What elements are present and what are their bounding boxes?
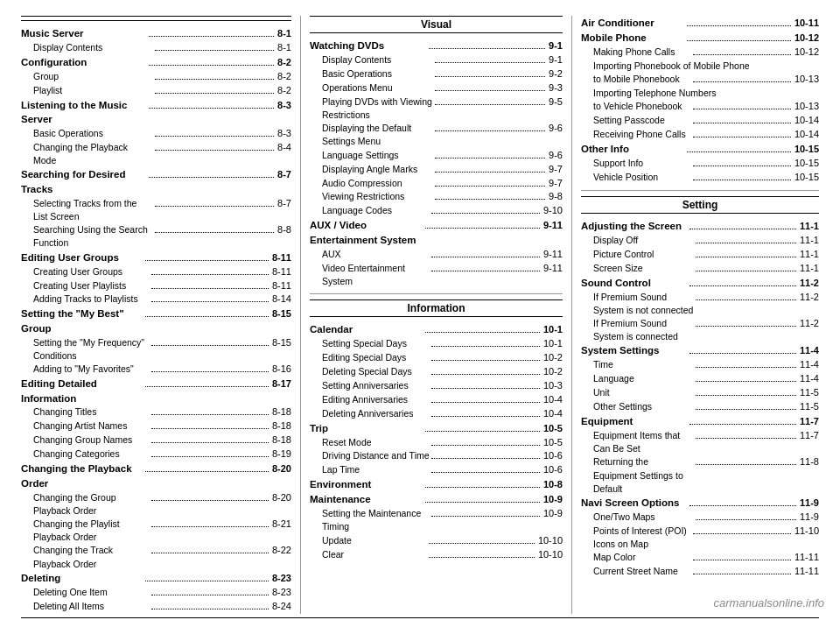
toc-label: Vehicle Position: [581, 171, 691, 184]
toc-label: Changing the Playlist Playback Order: [21, 518, 150, 544]
toc-label: Adding Tracks to Playlists: [21, 292, 150, 306]
toc-label: Support Info: [581, 157, 691, 170]
toc-label: Creating User Groups: [21, 265, 150, 278]
dots: [425, 431, 539, 432]
toc-label: Receiving Phone Calls: [581, 128, 691, 141]
dots: [693, 109, 791, 109]
toc-entry: Deleting Special Days10-2: [310, 365, 563, 379]
dots: [425, 487, 539, 488]
toc-entry: Display Contents9-1: [310, 53, 563, 67]
dots: [149, 65, 275, 66]
dots: [151, 442, 268, 443]
toc-entry: Group8-2: [21, 70, 291, 84]
dots: [149, 177, 275, 178]
toc-entry: Setting the Maintenance Timing10-9: [310, 507, 563, 533]
dots: [145, 471, 268, 472]
toc-entry: Displaying the Default Settings Menu9-6: [310, 122, 563, 148]
dots: [435, 62, 546, 63]
dots: [425, 502, 539, 503]
toc-entry: Changing Group Names8-18: [21, 433, 291, 447]
dots: [145, 260, 268, 261]
dots: [151, 609, 268, 609]
dots: [693, 81, 791, 82]
toc-entry: Screen Size11-1: [581, 262, 819, 276]
toc-page: 9-10: [543, 204, 563, 218]
toc-page: 8-21: [272, 518, 291, 532]
toc-label: Sound Control: [581, 276, 688, 291]
toc-page: 11-1: [800, 248, 819, 262]
dots: [431, 213, 539, 214]
toc-page: 10-5: [543, 436, 563, 450]
toc-page: 8-23: [272, 586, 291, 600]
dots: [435, 172, 546, 173]
toc-entry: Trip10-5: [310, 421, 563, 436]
toc-label: Other Info: [581, 142, 685, 157]
dots: [690, 353, 796, 354]
toc-entry: One/Two Maps11-9: [581, 511, 819, 525]
dots: [693, 533, 791, 534]
page: Music Server8-1Display Contents8-1Config…: [0, 0, 840, 620]
dots: [693, 180, 791, 180]
toc-label: Editing Anniversaries: [310, 393, 430, 406]
dots: [435, 76, 546, 77]
toc-label: If Premium Sound System is connected: [581, 317, 694, 343]
toc-page: 10-6: [543, 463, 563, 477]
dots: [425, 332, 539, 333]
toc-entry: Changing the Playback Mode8-4: [21, 141, 291, 167]
toc-entry: Basic Operations8-3: [21, 127, 291, 141]
dots: [431, 388, 539, 389]
toc-label: Editing Special Days: [310, 351, 430, 364]
dots: [155, 206, 275, 207]
section-separator: [581, 190, 819, 191]
toc-page: 9-1: [549, 53, 563, 67]
toc-entry: Current Street Name11-11: [581, 565, 819, 579]
toc-page: 11-4: [800, 358, 819, 372]
dots: [690, 285, 796, 286]
dots: [429, 48, 546, 49]
toc-label: AUX: [310, 248, 430, 261]
toc-label: Group: [21, 70, 153, 83]
toc-label: Displaying the Default Settings Menu: [310, 122, 433, 148]
dots: [155, 93, 275, 94]
toc-page: 9-11: [543, 219, 563, 233]
toc-page: 9-11: [543, 262, 563, 276]
toc-page: 9-1: [549, 39, 563, 53]
toc-label: Searching Using the Search Function: [21, 223, 153, 250]
toc-entry: Changing the Track Playback Order8-22: [21, 544, 291, 570]
toc-entry: Vehicle Position10-15: [581, 171, 819, 185]
toc-label: Setting Passcode: [581, 114, 691, 127]
toc-label: Deleting Anniversaries: [310, 407, 430, 420]
dots: [696, 243, 796, 243]
section-separator: [310, 293, 563, 294]
toc-label: Editing User Groups: [21, 250, 144, 265]
toc-entry: Maintenance10-9: [310, 492, 563, 507]
dots: [696, 326, 796, 327]
toc-label: Importing Phonebook of Mobile Phone: [581, 60, 819, 73]
toc-entry: Display Contents8-1: [21, 41, 291, 55]
toc-label: Setting the "My Frequency" Conditions: [21, 336, 150, 363]
toc-label: Setting Special Days: [310, 337, 430, 350]
toc-page: 8-3: [277, 127, 291, 141]
toc-page: 10-3: [543, 379, 563, 393]
toc-label: Changing Artist Names: [21, 419, 150, 433]
toc-entry: Air Conditioner10-11: [581, 16, 819, 31]
section-title: Information: [310, 299, 563, 317]
dots: [145, 386, 268, 387]
toc-page: 8-18: [272, 405, 291, 419]
toc-entry: Driving Distance and Time10-6: [310, 449, 563, 463]
toc-page: 8-19: [272, 447, 291, 461]
dots: [435, 130, 546, 131]
toc-label: Language: [581, 372, 694, 385]
dots: [155, 232, 275, 233]
toc-entry: Returning the Equipment Settings to Defa…: [581, 455, 819, 496]
dots: [696, 395, 796, 396]
toc-entry: Sound Control11-2: [581, 276, 819, 291]
toc-page: 10-13: [794, 100, 819, 114]
toc-label: Searching for Desired Tracks: [21, 167, 147, 196]
toc-page: 9-6: [549, 149, 563, 163]
toc-label: Lap Time: [310, 463, 430, 476]
toc-page: 9-11: [543, 248, 563, 262]
toc-entry: Receiving Phone Calls10-14: [581, 128, 819, 142]
toc-label: Audio Compression: [310, 177, 433, 190]
dots: [696, 381, 796, 382]
